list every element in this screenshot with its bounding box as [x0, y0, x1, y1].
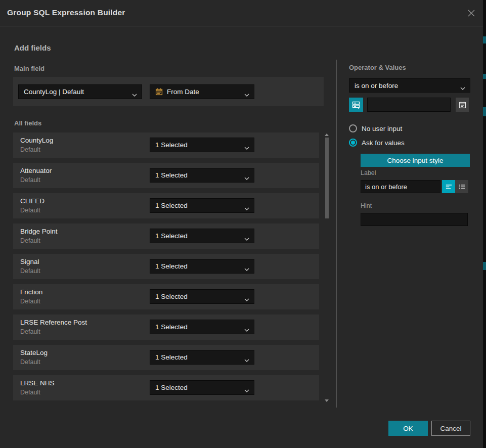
chevron-down-icon: [244, 174, 249, 182]
field-selected-value: 1 Selected: [155, 384, 188, 391]
single-value-style-toggle[interactable]: [442, 180, 455, 193]
field-name: LRSE Reference Post: [20, 319, 87, 326]
field-row: Friction Default 1 Selected: [13, 284, 319, 309]
operator-dropdown-value: is on or before: [355, 82, 398, 89]
field-name: Bridge Point: [20, 228, 58, 235]
field-name: Signal: [20, 258, 39, 265]
field-selected-value: 1 Selected: [155, 262, 188, 270]
field-sublabel: Default: [20, 237, 40, 244]
chevron-down-icon: [244, 204, 249, 212]
radio-icon: [349, 139, 357, 147]
vertical-divider: [336, 60, 337, 408]
radio-no-user-input[interactable]: No user input: [349, 123, 402, 133]
close-icon[interactable]: [467, 9, 476, 18]
group-sql-expression-builder-dialog: Group SQL Expression Builder Add fields …: [0, 0, 486, 448]
label-input[interactable]: [361, 180, 440, 193]
list-style-toggle[interactable]: [455, 180, 468, 193]
layer-dropdown[interactable]: CountyLog | Default: [18, 84, 142, 99]
main-field-heading: Main field: [14, 65, 45, 72]
field-name: CountyLog: [20, 137, 53, 144]
field-selected-dropdown[interactable]: 1 Selected: [150, 259, 254, 274]
background-app-strip: [483, 0, 486, 448]
field-sublabel: Default: [20, 207, 40, 214]
unique-values-button[interactable]: [349, 98, 363, 112]
radio-label: No user input: [362, 125, 402, 132]
chevron-down-icon: [244, 265, 249, 273]
main-field-dropdown-value: From Date: [167, 88, 199, 96]
dialog-title: Group SQL Expression Builder: [7, 8, 125, 17]
field-row: StateLog Default 1 Selected: [13, 345, 319, 370]
chevron-down-icon: [244, 144, 249, 151]
field-sublabel: Default: [20, 298, 40, 305]
operator-values-heading: Operator & Values: [349, 64, 406, 71]
field-selected-dropdown[interactable]: 1 Selected: [150, 289, 254, 304]
field-name: Friction: [20, 288, 42, 296]
field-selected-dropdown[interactable]: 1 Selected: [150, 350, 254, 365]
field-row: LRSE NHS Default 1 Selected: [13, 375, 319, 400]
field-sublabel: Default: [20, 146, 40, 153]
hint-input[interactable]: [361, 213, 468, 226]
title-bar: Group SQL Expression Builder: [0, 0, 483, 26]
chevron-down-icon: [244, 295, 249, 303]
chevron-down-icon: [244, 386, 249, 394]
field-selected-value: 1 Selected: [155, 141, 188, 149]
main-field-panel: CountyLog | Default From Date: [13, 77, 324, 106]
radio-label: Ask for values: [362, 139, 405, 147]
field-selected-value: 1 Selected: [155, 232, 188, 240]
field-row: LRSE Reference Post Default 1 Selected: [13, 315, 319, 340]
ok-button[interactable]: OK: [388, 421, 428, 436]
date-field-icon: [155, 88, 163, 96]
field-row: Bridge Point Default 1 Selected: [13, 223, 319, 249]
all-fields-heading: All fields: [14, 119, 41, 127]
field-selected-dropdown[interactable]: 1 Selected: [150, 198, 254, 213]
field-sublabel: Default: [20, 176, 40, 184]
field-selected-value: 1 Selected: [155, 353, 188, 361]
field-row: Signal Default 1 Selected: [13, 254, 319, 279]
chevron-down-icon: [132, 91, 137, 98]
field-sublabel: Default: [20, 359, 40, 366]
field-name: StateLog: [20, 349, 48, 356]
layer-dropdown-value: CountyLog | Default: [24, 88, 84, 96]
field-row: Attenuator Default 1 Selected: [13, 163, 319, 188]
radio-ask-for-values[interactable]: Ask for values: [349, 138, 405, 148]
input-style-toggle-group: [442, 180, 468, 193]
operator-dropdown[interactable]: is on or before: [349, 78, 470, 93]
all-fields-list: CountyLog Default 1 Selected Attenuator …: [13, 132, 319, 401]
field-selected-dropdown[interactable]: 1 Selected: [150, 320, 254, 334]
field-selected-value: 1 Selected: [155, 171, 188, 179]
scroll-up-icon[interactable]: [325, 133, 329, 136]
main-field-dropdown[interactable]: From Date: [150, 84, 254, 99]
chevron-down-icon: [244, 91, 249, 98]
field-name: Attenuator: [20, 167, 52, 174]
chevron-down-icon: [460, 84, 465, 92]
choose-input-style-button[interactable]: Choose input style: [361, 154, 470, 167]
add-fields-heading: Add fields: [14, 43, 51, 52]
field-selected-dropdown[interactable]: 1 Selected: [150, 138, 254, 152]
field-row: CLIFED Default 1 Selected: [13, 193, 319, 218]
chevron-down-icon: [244, 326, 249, 333]
field-sublabel: Default: [20, 389, 40, 396]
scroll-down-icon[interactable]: [325, 399, 329, 402]
operator-values-panel: Operator & Values is on or before: [349, 61, 470, 273]
value-input[interactable]: [367, 98, 451, 112]
field-selected-value: 1 Selected: [155, 293, 188, 300]
field-sublabel: Default: [20, 267, 40, 275]
cancel-button[interactable]: Cancel: [431, 421, 470, 436]
chevron-down-icon: [244, 356, 249, 364]
field-selected-value: 1 Selected: [155, 202, 188, 209]
field-selected-dropdown[interactable]: 1 Selected: [150, 168, 254, 183]
field-selected-dropdown[interactable]: 1 Selected: [150, 380, 254, 395]
field-name: LRSE NHS: [20, 379, 55, 387]
field-selected-dropdown[interactable]: 1 Selected: [150, 229, 254, 243]
scrollbar-thumb[interactable]: [325, 138, 329, 218]
label-caption: Label: [361, 169, 376, 176]
field-row: CountyLog Default 1 Selected: [13, 132, 319, 158]
field-selected-value: 1 Selected: [155, 323, 188, 331]
list-scrollbar[interactable]: [325, 133, 329, 406]
date-picker-icon[interactable]: [456, 98, 469, 112]
chevron-down-icon: [244, 235, 249, 242]
radio-icon: [349, 124, 357, 132]
field-sublabel: Default: [20, 328, 40, 335]
field-name: CLIFED: [20, 197, 45, 205]
hint-caption: Hint: [361, 202, 372, 209]
